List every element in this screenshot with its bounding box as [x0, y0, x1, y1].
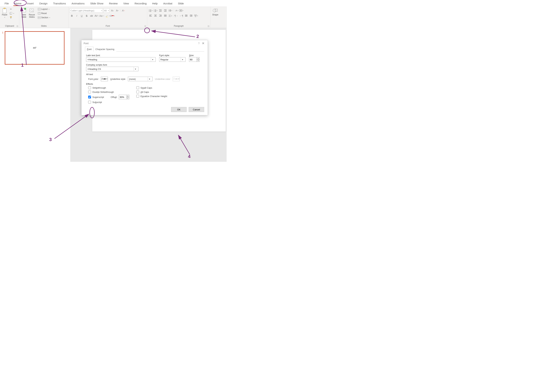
increase-indent-button[interactable]	[163, 8, 168, 13]
font-size-label: Size:	[189, 54, 203, 57]
subscript-checkbox[interactable]: Subscript	[88, 101, 129, 104]
dialog-tab-font[interactable]: Font	[85, 47, 94, 52]
tab-design[interactable]: Design	[36, 0, 51, 6]
align-right-button[interactable]	[158, 14, 163, 18]
tab-file[interactable]: File	[2, 0, 12, 6]
highlight-button[interactable]: ▾	[105, 14, 110, 18]
tab-recording[interactable]: Recording	[132, 0, 149, 6]
tab-insert[interactable]: Insert	[24, 0, 36, 6]
paste-button[interactable]: Paste▾	[1, 7, 8, 19]
underline-style-combo[interactable]: (none)▾	[128, 77, 152, 81]
offset-down[interactable]: ▾	[126, 97, 129, 99]
align-center-button[interactable]	[153, 14, 158, 18]
smallcaps-checkbox[interactable]: Small Caps	[136, 86, 167, 89]
char-spacing-button[interactable]: AV▾	[94, 14, 99, 18]
font-size-combo[interactable]: 60▾	[103, 8, 110, 13]
numbering-button[interactable]: 123▾	[153, 8, 158, 13]
underline-button[interactable]: U	[79, 14, 84, 18]
format-painter-button[interactable]	[9, 16, 15, 19]
font-color-picker[interactable]: ▼	[101, 77, 108, 81]
align-text-button[interactable]: ▾	[179, 8, 184, 13]
paragraph-launcher[interactable]: ◲	[207, 25, 209, 27]
alltext-section: All text	[86, 73, 203, 76]
tab-slideshow[interactable]: Slide Show	[87, 0, 106, 6]
align-left-button[interactable]	[148, 14, 153, 18]
tab-animations[interactable]: Animations	[69, 0, 87, 6]
ok-button[interactable]: OK	[171, 107, 187, 112]
justify-button[interactable]	[163, 14, 168, 18]
decrease-font-button[interactable]: A▾	[115, 8, 119, 13]
bold-button[interactable]: B	[70, 14, 74, 18]
ltr-button[interactable]: ¶→	[174, 14, 179, 18]
clear-formatting-button[interactable]: A◇	[121, 8, 126, 13]
font-size-input[interactable]	[189, 57, 197, 62]
slide-thumbnail-1[interactable]: m²	[5, 31, 65, 65]
cancel-button[interactable]: Cancel	[189, 107, 204, 112]
tab-view[interactable]: View	[121, 0, 132, 6]
size-up[interactable]: ▴	[197, 57, 200, 59]
reset-icon	[38, 12, 41, 15]
increase-list-button[interactable]	[189, 14, 193, 18]
dialog-tab-spacing[interactable]: Character Spacing	[94, 47, 116, 52]
cut-button[interactable]: ✂	[9, 7, 15, 11]
decrease-indent-button[interactable]	[158, 8, 163, 13]
reuse-slides-button[interactable]: Reuse Slides	[28, 7, 36, 19]
font-name-combo[interactable]: Calibri Light (Headings)▾	[70, 8, 103, 13]
smartart-button[interactable]: ▾	[194, 14, 198, 18]
section-button[interactable]: Section▾	[37, 16, 51, 19]
rtl-button[interactable]: ←¶	[179, 14, 184, 18]
equalize-checkbox[interactable]: Equalize Character Height	[136, 95, 167, 98]
line-spacing-button[interactable]: ▾	[168, 8, 173, 13]
change-case-button[interactable]: Aa▾	[99, 14, 104, 18]
font-color-button[interactable]: A▾	[110, 14, 115, 18]
thumbnail-content: m²	[33, 46, 36, 49]
svg-rect-57	[164, 16, 166, 16]
size-down[interactable]: ▾	[197, 59, 200, 62]
slide-thumbnails: 1 m²	[0, 28, 70, 162]
offset-spinner[interactable]: ▴▾	[119, 95, 129, 99]
underline-color-picker[interactable]: ▼	[173, 77, 180, 81]
italic-button[interactable]: I	[74, 14, 79, 18]
tab-acrobat[interactable]: Acrobat	[160, 0, 175, 6]
font-style-combo[interactable]: Regular▾	[159, 57, 186, 62]
tab-home[interactable]: Home	[12, 0, 24, 6]
offset-up[interactable]: ▴	[126, 95, 129, 97]
shadow-button[interactable]: S	[84, 14, 89, 18]
svg-rect-17	[38, 16, 40, 17]
help-button[interactable]: ?	[197, 42, 201, 45]
allcaps-checkbox[interactable]: All Caps	[136, 91, 167, 93]
strikethrough-button[interactable]: ab	[89, 14, 94, 18]
shapes-button[interactable]: Shape	[211, 7, 219, 16]
close-button[interactable]: ✕	[201, 42, 206, 45]
strikethrough-checkbox[interactable]: Strikethrough	[88, 86, 129, 89]
clipboard-launcher[interactable]: ◲	[16, 25, 18, 27]
svg-rect-52	[159, 15, 162, 15]
double-strike-checkbox[interactable]: Double Strikethrough	[88, 91, 129, 93]
bullets-button[interactable]: ▾	[148, 8, 153, 13]
svg-rect-5	[11, 17, 11, 19]
superscript-checkbox[interactable]: Superscript	[88, 96, 104, 98]
underline-style-label: Underline style	[110, 78, 125, 80]
tab-review[interactable]: Review	[106, 0, 120, 6]
offset-input[interactable]	[119, 95, 126, 99]
decrease-list-button[interactable]	[184, 14, 188, 18]
reset-button[interactable]: Reset	[37, 12, 51, 15]
tab-help[interactable]: Help	[149, 0, 160, 6]
tab-slide[interactable]: Slide	[175, 0, 187, 6]
svg-rect-25	[150, 11, 151, 12]
svg-rect-31	[155, 11, 156, 12]
svg-rect-1	[4, 8, 6, 9]
columns-button[interactable]: ▾	[168, 14, 173, 18]
font-size-spinner[interactable]: ▴▾	[189, 57, 203, 62]
increase-font-button[interactable]: A▴	[110, 8, 115, 13]
svg-rect-43	[180, 9, 182, 12]
copy-button[interactable]: ▾	[9, 12, 15, 15]
tab-transitions[interactable]: Transitions	[50, 0, 69, 6]
font-launcher[interactable]: ◲	[144, 25, 146, 27]
text-direction-button[interactable]: ↓A▾	[174, 8, 179, 13]
new-slide-button[interactable]: + New Slide	[20, 7, 27, 19]
svg-rect-21	[150, 10, 151, 10]
layout-button[interactable]: Layout▾	[37, 7, 51, 11]
complex-font-combo[interactable]: +Heading CS▾	[86, 67, 138, 71]
latin-font-combo[interactable]: +Heading▾	[86, 57, 156, 62]
